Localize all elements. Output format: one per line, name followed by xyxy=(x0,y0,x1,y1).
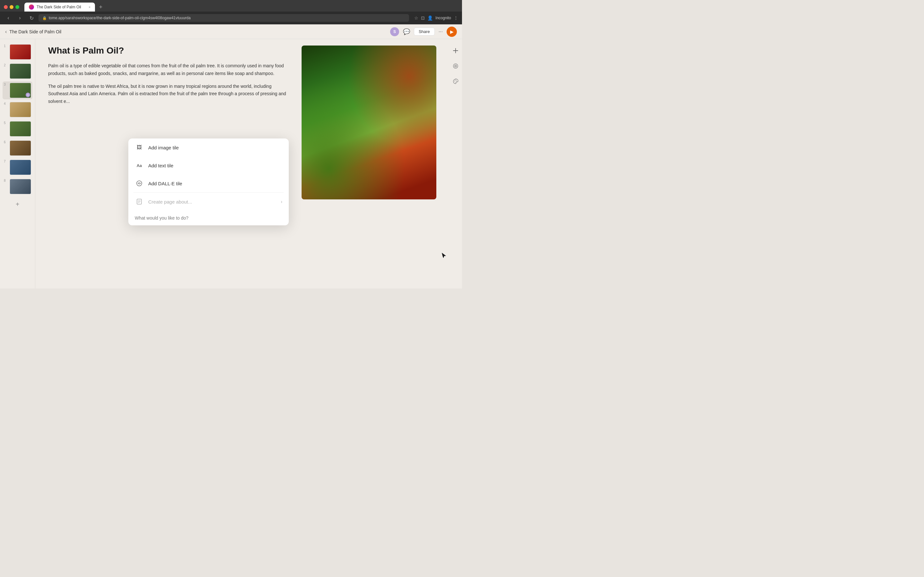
new-tab-btn[interactable]: + xyxy=(96,3,105,11)
user-badge: S xyxy=(26,93,30,97)
browser-chrome: The Dark Side of Palm Oil × + ‹ › ↻ 🔒 to… xyxy=(0,0,462,24)
add-text-tile-item[interactable]: Aa Add text tile xyxy=(128,156,289,174)
right-actions xyxy=(449,39,462,288)
back-btn[interactable]: ‹ xyxy=(5,29,7,35)
svg-point-9 xyxy=(455,66,456,66)
popup-menu: 🖼 Add image tile Aa Add text tile Add DA… xyxy=(128,139,289,226)
tab-favicon xyxy=(29,5,34,10)
reload-btn[interactable]: ↻ xyxy=(27,13,36,23)
incognito-label: Incognito xyxy=(435,16,451,20)
slide-num-6: 6 xyxy=(4,140,8,144)
close-window-btn[interactable] xyxy=(4,5,8,9)
window-controls xyxy=(4,5,19,9)
slide-item-2[interactable]: 2 xyxy=(3,62,32,80)
popup-input[interactable] xyxy=(135,215,282,221)
play-button[interactable]: ▶ xyxy=(447,27,457,37)
slide-item-6[interactable]: 6 xyxy=(3,139,32,157)
svg-point-0 xyxy=(137,181,142,186)
avatar: S xyxy=(390,27,399,36)
slide-item-1[interactable]: 1 xyxy=(3,43,32,61)
add-text-tile-label: Add text tile xyxy=(148,163,282,168)
add-slide-btn[interactable]: + xyxy=(3,198,32,211)
create-page-item[interactable]: Create page about... › xyxy=(128,193,289,211)
slide-thumb-8[interactable] xyxy=(10,179,31,194)
reader-view-btn[interactable]: ⊡ xyxy=(421,15,425,21)
slide-heading: What is Palm Oil? xyxy=(48,45,292,56)
slide-thumb-7[interactable] xyxy=(10,160,31,175)
slides-sidebar: 1 2 3 S 4 5 6 7 8 xyxy=(0,39,35,288)
paragraph-1: Palm oil is a type of edible vegetable o… xyxy=(48,62,292,77)
slide-thumb-1[interactable] xyxy=(10,44,31,60)
svg-point-13 xyxy=(457,81,457,82)
incognito-icon: 👤 xyxy=(427,15,433,21)
slide-num-2: 2 xyxy=(4,63,8,67)
add-dalle-tile-label: Add DALL·E tile xyxy=(148,181,282,186)
slide-thumb-3[interactable]: S xyxy=(10,83,31,98)
popup-input-area xyxy=(128,211,289,226)
add-element-btn[interactable] xyxy=(451,45,461,56)
slide-item-8[interactable]: 8 xyxy=(3,177,32,195)
paragraph-2: The oil palm tree is native to West Afri… xyxy=(48,83,292,105)
main-layout: 1 2 3 S 4 5 6 7 8 xyxy=(0,39,462,288)
tab-bar: The Dark Side of Palm Oil × + xyxy=(0,0,462,11)
back-nav-btn[interactable]: ‹ xyxy=(4,13,13,23)
browser-more-btn[interactable]: ⋮ xyxy=(454,15,458,21)
svg-point-12 xyxy=(456,80,457,81)
address-bar: ‹ › ↻ 🔒 tome.app/sarahsworkspace/the-dar… xyxy=(0,11,462,24)
target-btn[interactable] xyxy=(451,61,461,71)
dalle-tile-icon xyxy=(135,179,144,188)
add-dalle-tile-item[interactable]: Add DALL·E tile xyxy=(128,174,289,192)
image-overlay xyxy=(302,45,436,199)
create-page-icon xyxy=(135,197,144,206)
play-icon: ▶ xyxy=(450,29,454,34)
create-page-arrow: › xyxy=(281,199,282,204)
slide-num-5: 5 xyxy=(4,121,8,125)
share-button[interactable]: Share xyxy=(414,27,435,35)
slide-item-7[interactable]: 7 xyxy=(3,158,32,176)
header-actions: S 💬 Share ··· ▶ xyxy=(390,27,457,37)
palette-btn[interactable] xyxy=(451,76,461,87)
add-image-tile-item[interactable]: 🖼 Add image tile xyxy=(128,139,289,156)
slide-num-3: 3 xyxy=(4,83,8,86)
slide-num-7: 7 xyxy=(4,160,8,163)
svg-point-10 xyxy=(454,81,455,82)
slide-item-5[interactable]: 5 xyxy=(3,120,32,138)
slide-num-8: 8 xyxy=(4,179,8,182)
slide-image[interactable] xyxy=(302,45,436,199)
slide-thumb-6[interactable] xyxy=(10,140,31,156)
minimize-window-btn[interactable] xyxy=(10,5,13,9)
more-options-btn[interactable]: ··· xyxy=(439,29,443,35)
maximize-window-btn[interactable] xyxy=(15,5,19,9)
tab-close-btn[interactable]: × xyxy=(89,5,90,9)
image-panel xyxy=(302,45,436,199)
create-page-label: Create page about... xyxy=(148,199,276,205)
svg-point-11 xyxy=(455,80,456,81)
slide-thumb-2[interactable] xyxy=(10,63,31,79)
slide-item-3[interactable]: 3 S xyxy=(3,81,32,99)
content-area: What is Palm Oil? Palm oil is a type of … xyxy=(35,39,449,288)
document-title: The Dark Side of Palm Oil xyxy=(9,29,390,34)
browser-actions: ☆ ⊡ 👤 Incognito ⋮ xyxy=(414,15,458,21)
text-panel: What is Palm Oil? Palm oil is a type of … xyxy=(48,45,292,111)
slide-thumb-4[interactable] xyxy=(10,102,31,117)
slide-num-4: 4 xyxy=(4,102,8,105)
slide-thumb-5[interactable] xyxy=(10,121,31,137)
text-tile-icon: Aa xyxy=(135,161,144,170)
lock-icon: 🔒 xyxy=(42,16,47,20)
image-tile-icon: 🖼 xyxy=(135,143,144,152)
bookmark-btn[interactable]: ☆ xyxy=(414,15,418,21)
url-text: tome.app/sarahsworkspace/the-dark-side-o… xyxy=(49,16,191,20)
active-tab[interactable]: The Dark Side of Palm Oil × xyxy=(24,3,95,11)
forward-nav-btn[interactable]: › xyxy=(15,13,24,23)
tab-title: The Dark Side of Palm Oil xyxy=(37,5,86,9)
chat-btn[interactable]: 💬 xyxy=(403,28,410,35)
address-input[interactable]: 🔒 tome.app/sarahsworkspace/the-dark-side… xyxy=(39,14,409,22)
slide-num-1: 1 xyxy=(4,44,8,48)
app-header: ‹ The Dark Side of Palm Oil S 💬 Share ··… xyxy=(0,24,462,39)
slide-item-4[interactable]: 4 xyxy=(3,101,32,119)
add-image-tile-label: Add image tile xyxy=(148,145,282,150)
